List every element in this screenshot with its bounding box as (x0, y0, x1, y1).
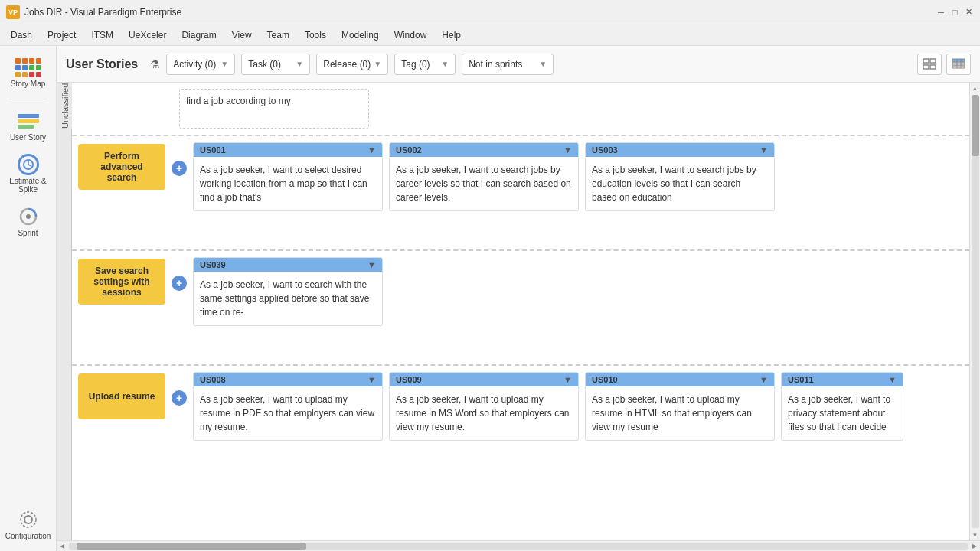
tag-dropdown[interactable]: Tag (0) ▼ (394, 54, 456, 75)
scroll-down-arrow[interactable]: ▼ (970, 530, 981, 540)
swimlane-1-cards: US001 ▼ As a job seeker, I want to selec… (190, 136, 969, 249)
swimlane-1-title: Perform advanced search (86, 151, 158, 183)
us008-menu[interactable]: ▼ (368, 375, 376, 384)
us002-menu[interactable]: ▼ (564, 145, 572, 155)
svg-rect-7 (923, 59, 929, 63)
bottom-scrollbar-thumb[interactable] (77, 543, 306, 550)
us001-menu[interactable]: ▼ (368, 145, 376, 155)
titlebar-left: VP Jobs DIR - Visual Paradigm Enterprise (6, 5, 181, 19)
bottom-scrollbar[interactable]: ◀ ▶ (57, 540, 980, 551)
us008-body: As a job seeker, I want to upload my res… (194, 386, 382, 440)
svg-line-2 (28, 165, 31, 166)
swimlane-2-label-card[interactable]: Save search settings with sessions (78, 259, 165, 305)
us002-id: US002 (396, 145, 422, 155)
story-card-us011-header: US011 ▼ (782, 373, 903, 386)
menu-tools[interactable]: Tools (297, 27, 334, 44)
story-map-icon (15, 57, 42, 78)
us003-menu[interactable]: ▼ (760, 145, 768, 155)
activity-dropdown-arrow: ▼ (220, 60, 228, 68)
titlebar-controls[interactable]: ─ □ ✕ (936, 7, 974, 18)
filter-icon[interactable]: ⚗ (150, 58, 160, 70)
menu-dash[interactable]: Dash (3, 27, 40, 44)
configuration-icon (15, 509, 42, 530)
menu-diagram[interactable]: Diagram (174, 27, 224, 44)
swimlane-2-label: Save search settings with sessions (72, 251, 172, 364)
task-dropdown-label: Task (0) (248, 59, 281, 70)
story-card-us039-header: US039 ▼ (194, 258, 382, 272)
menu-modeling[interactable]: Modeling (334, 27, 387, 44)
sidebar-item-configuration[interactable]: Configuration (4, 504, 53, 545)
sidebar-item-story-map[interactable]: Story Map (4, 52, 53, 93)
vertical-scrollbar[interactable]: ▲ ▼ (969, 83, 980, 540)
us010-body: As a job seeker, I want to upload my res… (586, 386, 774, 440)
scrollbar-track (972, 95, 979, 528)
titlebar: VP Jobs DIR - Visual Paradigm Enterprise… (0, 0, 980, 24)
menu-project[interactable]: Project (40, 27, 83, 44)
sprint-icon (15, 206, 42, 227)
minimize-button[interactable]: ─ (936, 7, 946, 18)
story-card-us039: US039 ▼ As a job seeker, I want to searc… (193, 257, 383, 326)
sidebar-estimate-label: Estimate & Spike (7, 177, 50, 194)
story-card-us002: US002 ▼ As a job seeker, I want to searc… (389, 142, 579, 211)
sidebar-item-estimate[interactable]: Estimate & Spike (4, 149, 53, 198)
swimlane-2: Save search settings with sessions + US0… (72, 251, 969, 366)
swimlane-3-label: Upload resume (72, 366, 172, 481)
us010-menu[interactable]: ▼ (760, 375, 768, 384)
us011-id: US011 (788, 375, 814, 384)
story-card-us002-header: US002 ▼ (390, 143, 578, 157)
us009-menu[interactable]: ▼ (564, 375, 572, 384)
menu-help[interactable]: Help (434, 27, 469, 44)
svg-point-6 (21, 512, 36, 527)
story-card-us011: US011 ▼ As a job seeker, I want to priva… (781, 372, 903, 441)
svg-point-5 (24, 516, 32, 523)
release-dropdown[interactable]: Release (0) ▼ (316, 54, 388, 75)
sprints-dropdown[interactable]: Not in sprints ▼ (462, 54, 554, 75)
maximize-button[interactable]: □ (949, 7, 960, 18)
svg-rect-9 (923, 65, 929, 69)
story-card-us003-header: US003 ▼ (586, 143, 774, 157)
story-card-us009: US009 ▼ As a job seeker, I want to uploa… (389, 372, 579, 441)
swimlane-3-label-card[interactable]: Upload resume (78, 373, 165, 419)
scrollbar-thumb[interactable] (972, 95, 979, 156)
swimlane-2-add-btn[interactable]: + (172, 276, 187, 291)
menu-itsm[interactable]: ITSM (83, 27, 121, 44)
release-dropdown-arrow: ▼ (374, 60, 381, 68)
svg-rect-13 (952, 66, 965, 68)
scroll-left-arrow[interactable]: ◀ (57, 541, 67, 552)
menubar: Dash Project ITSM UeXceler Diagram View … (0, 24, 980, 46)
swimlane-2-title: Save search settings with sessions (86, 266, 158, 298)
sidebar-configuration-label: Configuration (5, 532, 51, 540)
swimlane-1-label-card[interactable]: Perform advanced search (78, 144, 165, 190)
sidebar-item-user-story[interactable]: User Story (4, 106, 53, 146)
menu-window[interactable]: Window (387, 27, 435, 44)
task-dropdown[interactable]: Task (0) ▼ (241, 54, 310, 75)
task-dropdown-arrow: ▼ (296, 60, 303, 68)
us001-body: As a job seeker, I want to select desire… (194, 157, 382, 210)
release-dropdown-label: Release (0) (323, 59, 371, 70)
activity-dropdown[interactable]: Activity (0) ▼ (166, 54, 235, 75)
unclassified-row: find a job according to my (72, 83, 969, 136)
sidebar: Story Map User Story (0, 46, 57, 551)
unclassified-card: find a job according to my (179, 89, 369, 129)
toolbar-grid-icon[interactable] (917, 54, 942, 75)
swimlane-3: Upload resume + US008 ▼ (72, 366, 969, 481)
sidebar-item-sprint[interactable]: Sprint (4, 201, 53, 242)
us039-menu[interactable]: ▼ (368, 260, 376, 269)
menu-team[interactable]: Team (260, 27, 297, 44)
tag-dropdown-label: Tag (0) (401, 59, 430, 70)
svg-rect-8 (930, 59, 936, 63)
scroll-right-arrow[interactable]: ▶ (969, 541, 980, 552)
menu-view[interactable]: View (224, 27, 260, 44)
close-button[interactable]: ✕ (963, 7, 974, 18)
swimlane-1-add-btn[interactable]: + (172, 161, 187, 176)
swimlane-3-add-btn[interactable]: + (172, 390, 187, 406)
scroll-up-arrow[interactable]: ▲ (970, 83, 981, 93)
activity-dropdown-label: Activity (0) (173, 59, 216, 70)
us011-menu[interactable]: ▼ (888, 375, 897, 384)
menu-uexceler[interactable]: UeXceler (121, 27, 174, 44)
toolbar-table-icon[interactable] (946, 54, 971, 75)
board-scroll[interactable]: find a job according to my Perform advan… (72, 83, 969, 540)
svg-rect-11 (952, 59, 965, 62)
user-story-icon (15, 110, 42, 132)
us003-body: As a job seeker, I want to search jobs b… (586, 157, 774, 210)
